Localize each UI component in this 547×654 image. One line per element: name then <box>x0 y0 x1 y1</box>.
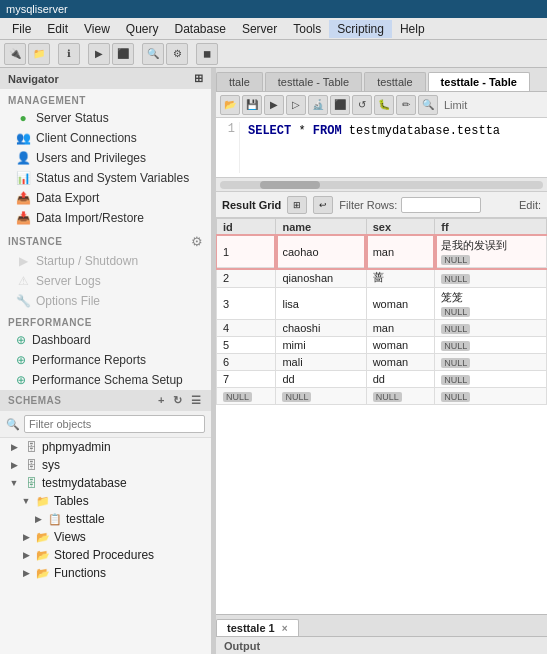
table-row[interactable]: 1 caohao man 是我的发误到 NULL <box>217 236 547 268</box>
cell-id: 1 <box>217 236 276 268</box>
h-scroll-thumb[interactable] <box>260 181 320 189</box>
testtale-toggle[interactable]: ▶ <box>32 513 44 525</box>
result-wrap-btn[interactable]: ↩ <box>313 196 333 214</box>
tree-item-phpmyadmin[interactable]: ▶ 🗄 phpmyadmin <box>0 438 211 456</box>
new-connection-btn[interactable]: 🔌 <box>4 43 26 65</box>
cell-sex: woman <box>366 337 435 354</box>
tab-testtale[interactable]: testtale <box>364 72 425 91</box>
null-badge: NULL <box>441 324 470 334</box>
sidebar-item-dashboard[interactable]: ⊕ Dashboard <box>0 330 211 350</box>
h-scroll-track <box>220 181 543 189</box>
tree-item-sys[interactable]: ▶ 🗄 sys <box>0 456 211 474</box>
menu-query[interactable]: Query <box>118 20 167 38</box>
result-toolbar: Result Grid ⊞ ↩ Filter Rows: Edit: <box>216 192 547 218</box>
cell-sex: man <box>366 236 435 268</box>
sidebar-item-data-import[interactable]: 📥 Data Import/Restore <box>0 208 211 228</box>
navigator-expand-icon[interactable]: ⊞ <box>194 72 203 85</box>
search-btn[interactable]: 🔍 <box>142 43 164 65</box>
sql-refresh-btn[interactable]: ↺ <box>352 95 372 115</box>
cell-ff: NULL <box>435 268 547 288</box>
open-file-btn[interactable]: 📂 <box>220 95 240 115</box>
menu-tools[interactable]: Tools <box>285 20 329 38</box>
menu-server[interactable]: Server <box>234 20 285 38</box>
table-row[interactable]: 4 chaoshi man NULL <box>217 320 547 337</box>
views-toggle[interactable]: ▶ <box>20 531 32 543</box>
tab-testtale-table-2[interactable]: testtale - Table <box>428 72 530 91</box>
cell-ff: NULL <box>435 320 547 337</box>
menu-database[interactable]: Database <box>167 20 234 38</box>
tree-item-testmydatabase[interactable]: ▼ 🗄 testmydatabase <box>0 474 211 492</box>
menu-scripting[interactable]: Scripting <box>329 20 392 38</box>
misc-btn[interactable]: ◼ <box>196 43 218 65</box>
schemas-refresh-btn[interactable]: ↻ <box>171 394 185 407</box>
h-scrollbar[interactable] <box>216 178 547 192</box>
filter-rows-input[interactable] <box>401 197 481 213</box>
sidebar-item-performance-reports[interactable]: ⊕ Performance Reports <box>0 350 211 370</box>
sql-explain-btn[interactable]: 🔬 <box>308 95 328 115</box>
tree-item-views[interactable]: ▶ 📂 Views <box>0 528 211 546</box>
sql-execute-btn[interactable]: ▶ <box>264 95 284 115</box>
sidebar-item-status-variables[interactable]: 📊 Status and System Variables <box>0 168 211 188</box>
settings-btn[interactable]: ⚙ <box>166 43 188 65</box>
bottom-tab-close[interactable]: × <box>282 623 288 634</box>
menu-help[interactable]: Help <box>392 20 433 38</box>
menu-file[interactable]: File <box>4 20 39 38</box>
schemas-menu-btn[interactable]: ☰ <box>189 394 204 407</box>
sql-execute-current-btn[interactable]: ▷ <box>286 95 306 115</box>
info-btn[interactable]: ℹ <box>58 43 80 65</box>
stop-btn[interactable]: ⬛ <box>112 43 134 65</box>
tree-item-functions[interactable]: ▶ 📂 Functions <box>0 564 211 582</box>
menu-edit[interactable]: Edit <box>39 20 76 38</box>
table-row[interactable]: 5 mimi woman NULL <box>217 337 547 354</box>
client-connections-label: Client Connections <box>36 131 137 145</box>
sidebar-item-users-privileges[interactable]: 👤 Users and Privileges <box>0 148 211 168</box>
sql-stop-btn[interactable]: ⬛ <box>330 95 350 115</box>
table-row[interactable]: 3 lisa woman 笼笼NULL <box>217 288 547 320</box>
result-grid-view-btn[interactable]: ⊞ <box>287 196 307 214</box>
table-row[interactable]: 7 dd dd NULL <box>217 371 547 388</box>
users-privileges-label: Users and Privileges <box>36 151 146 165</box>
stored-procedures-toggle[interactable]: ▶ <box>20 549 32 561</box>
bottom-tab-testtale[interactable]: testtale 1 × <box>216 619 299 636</box>
sidebar-item-startup-shutdown[interactable]: ▶ Startup / Shutdown <box>0 251 211 271</box>
col-header-ff: ff <box>435 219 547 236</box>
phpmyadmin-toggle[interactable]: ▶ <box>8 441 20 453</box>
cell-id: 4 <box>217 320 276 337</box>
functions-toggle[interactable]: ▶ <box>20 567 32 579</box>
output-label: Output <box>224 640 260 652</box>
sql-format-btn[interactable]: ✏ <box>396 95 416 115</box>
execute-btn[interactable]: ▶ <box>88 43 110 65</box>
tree-item-tables[interactable]: ▼ 📁 Tables <box>0 492 211 510</box>
data-export-label: Data Export <box>36 191 99 205</box>
sidebar-item-client-connections[interactable]: 👥 Client Connections <box>0 128 211 148</box>
new-schema-btn[interactable]: 📁 <box>28 43 50 65</box>
sidebar-item-options-file[interactable]: 🔧 Options File <box>0 291 211 311</box>
sys-toggle[interactable]: ▶ <box>8 459 20 471</box>
sidebar-item-data-export[interactable]: 📤 Data Export <box>0 188 211 208</box>
tree-item-testtale[interactable]: ▶ 📋 testtale <box>0 510 211 528</box>
save-btn[interactable]: 💾 <box>242 95 262 115</box>
tab-ttale[interactable]: ttale <box>216 72 263 91</box>
title-text: mysqliserver <box>6 3 68 15</box>
tree-item-stored-procedures[interactable]: ▶ 📂 Stored Procedures <box>0 546 211 564</box>
performance-section-title: PERFORMANCE <box>0 311 211 330</box>
schemas-add-btn[interactable]: + <box>156 394 167 407</box>
tables-toggle[interactable]: ▼ <box>20 495 32 507</box>
sql-keyword-from: FROM <box>313 124 342 138</box>
tab-testtale-table-1[interactable]: testtale - Table <box>265 72 362 91</box>
table-row[interactable]: 2 qianoshan 蔷 NULL <box>217 268 547 288</box>
cell-null-name: NULL <box>276 388 366 405</box>
sql-search-btn[interactable]: 🔍 <box>418 95 438 115</box>
instance-section-title: INSTANCE <box>8 236 191 247</box>
testmydatabase-toggle[interactable]: ▼ <box>8 477 20 489</box>
sidebar-item-performance-schema[interactable]: ⊕ Performance Schema Setup <box>0 370 211 390</box>
sidebar-item-server-logs[interactable]: ⚠ Server Logs <box>0 271 211 291</box>
navigator-header: Navigator ⊞ <box>0 68 211 89</box>
sql-bug-btn[interactable]: 🐛 <box>374 95 394 115</box>
sidebar-item-server-status[interactable]: ● Server Status <box>0 108 211 128</box>
sql-code[interactable]: SELECT * FROM testmydatabase.testta <box>246 122 543 173</box>
menu-view[interactable]: View <box>76 20 118 38</box>
performance-schema-icon: ⊕ <box>16 373 26 387</box>
table-row[interactable]: 6 mali woman NULL <box>217 354 547 371</box>
schema-filter-input[interactable] <box>24 415 205 433</box>
